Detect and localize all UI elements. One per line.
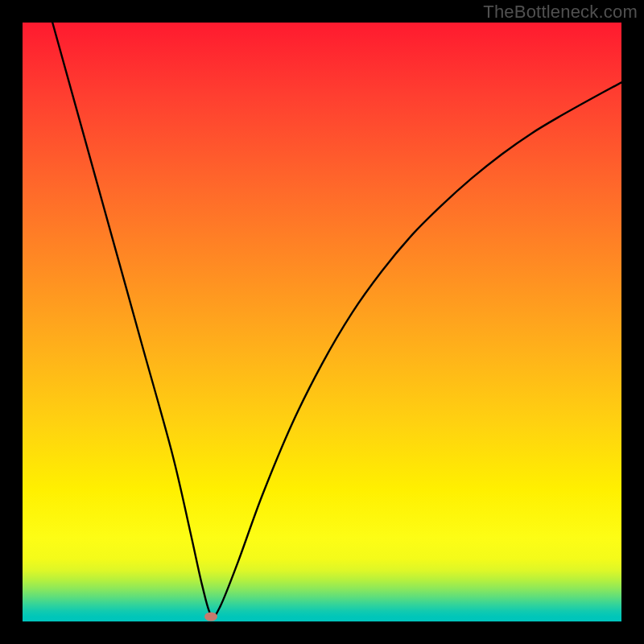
watermark-text: TheBottleneck.com [483, 2, 638, 23]
bottleneck-curve-svg [23, 23, 621, 621]
chart-frame: TheBottleneck.com [0, 0, 644, 644]
plot-area [23, 23, 621, 621]
optimum-marker [204, 613, 217, 621]
bottleneck-curve-path [52, 23, 621, 617]
